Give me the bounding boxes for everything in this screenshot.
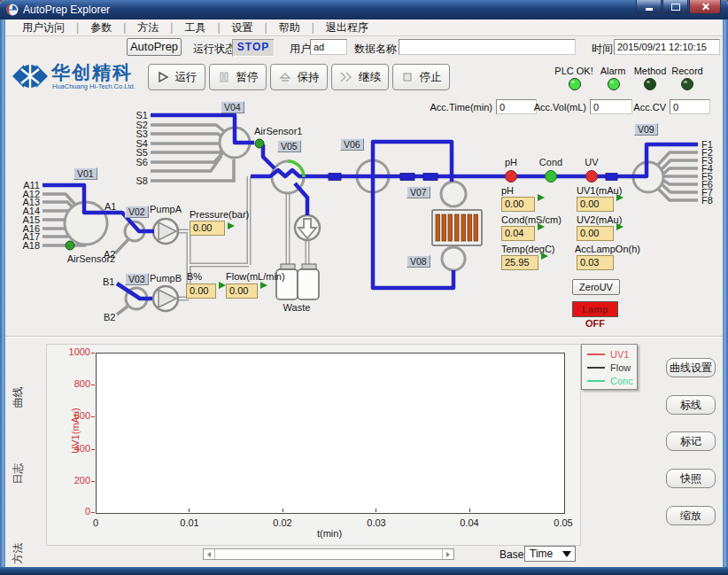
valve-v06[interactable] (357, 160, 389, 192)
stop-icon (401, 71, 414, 83)
pump-b[interactable] (153, 286, 178, 311)
y-tick-mark (91, 512, 95, 513)
valve-label-v09: V09 (634, 123, 658, 136)
menu-user-access[interactable]: 用户访问 (11, 20, 76, 35)
legend-swatch-uv1 (587, 354, 605, 355)
x-tick: 0.03 (359, 517, 394, 528)
stop-button-label: 停止 (420, 70, 442, 85)
port-label-a12: A12 (22, 189, 40, 199)
uv1-label: UV1(mAu) (577, 185, 622, 196)
scroll-right-arrow[interactable] (442, 549, 453, 559)
valve-v03[interactable] (126, 288, 147, 309)
menu-help[interactable]: 帮助 (267, 20, 312, 35)
maximize-icon (671, 4, 680, 11)
left-arrow-icon (207, 552, 211, 557)
play-icon (157, 71, 169, 83)
port-label-b2: B2 (104, 312, 115, 322)
marker-line-button[interactable]: 标线 (666, 395, 716, 415)
valve-v02[interactable] (125, 221, 144, 241)
hold-button[interactable]: 保持 (270, 64, 328, 90)
data-name-input[interactable] (399, 39, 576, 55)
user-label: 用户 (290, 42, 311, 57)
tab-curve[interactable]: 曲线 (11, 369, 26, 426)
stop-button[interactable]: 停止 (392, 64, 450, 90)
pause-button[interactable]: 暂停 (209, 64, 267, 90)
port-label-f2: F2 (701, 147, 713, 158)
window-border-right (723, 19, 728, 569)
valve-v01[interactable] (65, 202, 107, 245)
curve-settings-button[interactable]: 曲线设置 (666, 358, 716, 377)
valve-v05[interactable] (272, 161, 304, 193)
brand-name-en: HuaChuang Hi-Tech.Co.Ltd. (52, 82, 136, 90)
port-label-f7: F7 (701, 187, 713, 198)
close-icon (701, 3, 709, 11)
b-percent-label: B% (187, 271, 202, 282)
port-label-s6: S6 (136, 157, 148, 167)
tab-log[interactable]: 日志 (11, 446, 26, 502)
b-percent-trend-arrow (219, 282, 226, 289)
ph-dot-label: pH (505, 157, 517, 167)
acc-cv-value: 0 (670, 99, 710, 114)
plot-area[interactable] (96, 353, 565, 514)
close-button[interactable] (689, 0, 721, 14)
y-tick-mark (91, 353, 95, 354)
port-label-f1: F1 (701, 139, 713, 150)
pressure-label: Pressure(bar) (190, 209, 249, 220)
chart-scrollbar[interactable] (203, 548, 454, 560)
pump-b-label: PumpB (150, 273, 182, 284)
port-label-s8: S8 (136, 175, 148, 186)
menu-method[interactable]: 方法 (126, 20, 170, 35)
legend-label-uv1: UV1 (610, 349, 629, 360)
flow-value: 0.00 (226, 284, 258, 299)
uv1-value: 0.00 (577, 197, 614, 212)
base-dropdown[interactable]: Time (524, 546, 576, 562)
mark-button[interactable]: 标记 (666, 431, 716, 451)
run-button[interactable]: 运行 (148, 64, 205, 90)
menu-bar: 用户访问 | 参数 | 方法 | 工具 | 设置 | 帮助 | 退出程序 (5, 19, 723, 36)
right-arrow-icon (446, 552, 450, 557)
valve-v07[interactable] (441, 182, 466, 206)
menu-exit[interactable]: 退出程序 (314, 20, 380, 35)
menu-tools[interactable]: 工具 (173, 20, 217, 35)
minimize-button[interactable] (636, 0, 662, 14)
lamp-status-indicator[interactable]: Lamp OFF (572, 301, 618, 317)
plc-led (569, 78, 581, 90)
port-label-s4: S4 (136, 138, 148, 149)
cond-dot-label: Cond (539, 157, 562, 167)
data-name-label: 数据名称 (354, 42, 397, 57)
menu-settings[interactable]: 设置 (221, 20, 265, 35)
acc-cv-label: Acc.CV (632, 102, 666, 113)
legend-item-flow[interactable]: Flow (587, 361, 637, 374)
legend-item-conc[interactable]: Conc (587, 374, 637, 387)
title-bar[interactable]: AutoPrep Explorer (0, 0, 728, 19)
port-label-a16: A16 (22, 223, 40, 234)
ph-value: 0.00 (501, 197, 535, 212)
user-input[interactable]: ad (310, 39, 347, 55)
scroll-left-arrow[interactable] (204, 549, 215, 559)
valve-v04[interactable] (220, 128, 250, 158)
flow-restrictor (295, 215, 320, 240)
acc-vol-label: Acc.Vol(mL) (531, 102, 586, 113)
x-tick: 0 (78, 517, 113, 528)
valve-v08[interactable] (442, 247, 465, 270)
resume-button-label: 继续 (359, 70, 381, 85)
port-label-a14: A14 (22, 206, 40, 216)
legend-swatch-flow (587, 367, 605, 369)
valve-v09[interactable] (633, 162, 663, 192)
acc-time-label: Acc.Time(min) (414, 102, 492, 113)
port-label-s5: S5 (136, 147, 148, 158)
resume-button[interactable]: 继续 (331, 64, 389, 90)
zoom-button[interactable]: 缩放 (666, 506, 716, 525)
x-tick: 0.02 (265, 517, 300, 528)
uv2-trend-arrow (616, 223, 623, 230)
zero-uv-button[interactable]: ZeroUV (572, 279, 620, 295)
autoprep-button[interactable]: AutoPrep (127, 38, 182, 56)
menu-parameters[interactable]: 参数 (79, 20, 123, 35)
valve-position-arc (288, 161, 304, 177)
maximize-button[interactable] (662, 0, 688, 14)
pump-a[interactable] (153, 219, 178, 244)
company-logo (11, 60, 50, 92)
port-label-f8: F8 (701, 195, 713, 206)
snapshot-button[interactable]: 快照 (666, 469, 716, 488)
legend-item-uv1[interactable]: UV1 (587, 347, 637, 361)
